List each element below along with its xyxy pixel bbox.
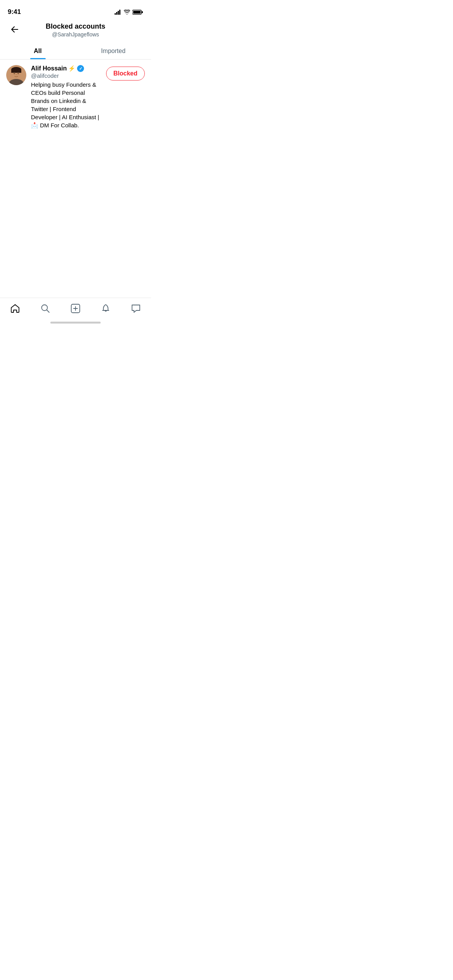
back-button[interactable] <box>8 22 22 36</box>
home-indicator <box>50 322 101 324</box>
tab-imported-indicator <box>106 58 121 59</box>
compose-icon <box>70 303 81 314</box>
notifications-icon <box>101 303 111 314</box>
avatar <box>6 65 26 85</box>
svg-rect-5 <box>133 11 141 14</box>
tab-imported-label: Imported <box>101 48 125 55</box>
svg-rect-3 <box>119 10 120 15</box>
blocked-button[interactable]: Blocked <box>106 67 145 81</box>
avatar-image <box>6 65 26 85</box>
tab-all[interactable]: All <box>0 42 76 59</box>
nav-item-search[interactable] <box>36 302 55 315</box>
table-row: Alif Hossain ⚡ ✓ @alifcoder Helping busy… <box>0 60 151 135</box>
account-list: Alif Hossain ⚡ ✓ @alifcoder Helping busy… <box>0 60 151 135</box>
account-bio: Helping busy Founders & CEOs build Perso… <box>31 81 101 129</box>
nav-item-notifications[interactable] <box>96 302 115 315</box>
status-bar: 9:41 <box>0 0 151 19</box>
back-arrow-icon <box>11 26 19 33</box>
svg-point-13 <box>17 73 19 74</box>
search-icon <box>40 303 50 314</box>
tabs-container: All Imported <box>0 42 151 60</box>
svg-rect-6 <box>142 11 143 13</box>
wifi-icon <box>124 10 130 15</box>
svg-rect-1 <box>116 12 117 15</box>
status-icons <box>115 10 143 15</box>
svg-rect-0 <box>115 13 116 15</box>
svg-rect-11 <box>11 70 21 73</box>
svg-point-12 <box>14 73 15 74</box>
tab-all-label: All <box>34 48 41 55</box>
status-time: 9:41 <box>8 8 21 16</box>
page-subtitle: @SarahJpageflows <box>52 31 99 38</box>
account-name-row: Alif Hossain ⚡ ✓ <box>31 65 101 72</box>
account-name: Alif Hossain <box>31 65 67 72</box>
messages-icon <box>131 303 141 314</box>
page-title: Blocked accounts <box>46 22 105 31</box>
account-handle: @alifcoder <box>31 72 101 79</box>
account-info: Alif Hossain ⚡ ✓ @alifcoder Helping busy… <box>31 65 101 129</box>
signal-icon <box>115 10 122 15</box>
svg-rect-2 <box>118 11 119 15</box>
nav-item-compose[interactable] <box>66 302 85 315</box>
home-icon <box>10 303 20 314</box>
tab-imported[interactable]: Imported <box>76 42 151 59</box>
verified-badge: ✓ <box>77 65 84 72</box>
tab-all-indicator <box>30 58 46 59</box>
svg-line-15 <box>47 310 50 313</box>
lightning-icon: ⚡ <box>68 65 76 72</box>
battery-icon <box>132 10 143 15</box>
nav-item-home[interactable] <box>5 302 25 315</box>
nav-item-messages[interactable] <box>126 302 146 315</box>
page-header: Blocked accounts @SarahJpageflows <box>0 19 151 42</box>
